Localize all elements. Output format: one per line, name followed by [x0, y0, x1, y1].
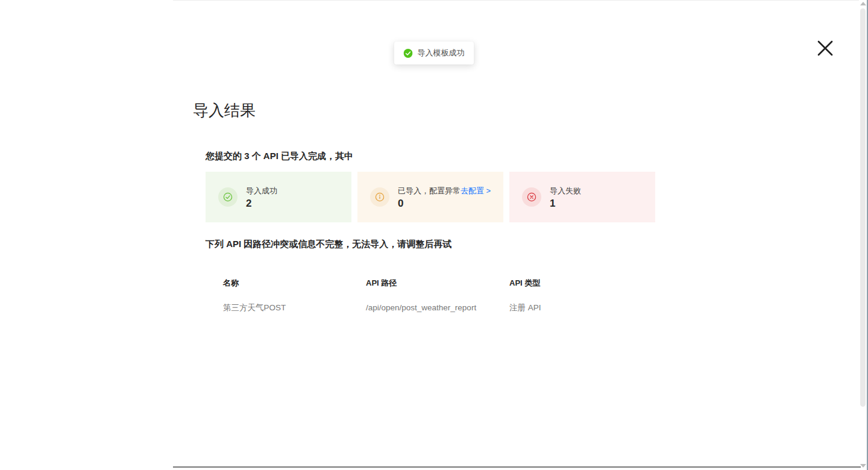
- table-cell-type: 注册 API: [509, 302, 657, 313]
- stat-card-success: 导入成功 2: [206, 172, 351, 222]
- stat-value: 0: [398, 198, 491, 208]
- stat-value: 2: [246, 198, 277, 208]
- table-cell-name: 第三方天气POST: [223, 302, 366, 313]
- stat-card-warning: 已导入，配置异常去配置 > 0: [357, 172, 503, 222]
- column-header-type: API 类型: [509, 278, 657, 289]
- toast-notification: 导入模板成功: [394, 42, 474, 64]
- stat-label: 已导入，配置异常去配置 >: [398, 186, 491, 196]
- scrollbar-thumb[interactable]: [860, 8, 866, 407]
- check-circle-filled-icon: [404, 49, 413, 58]
- column-header-path: API 路径: [366, 278, 509, 289]
- circle-x-icon: [522, 187, 541, 207]
- vertical-scrollbar[interactable]: [859, 0, 868, 470]
- circle-check-icon: [218, 187, 237, 207]
- import-result-screen: 导入模板成功 导入结果 您提交的 3 个 API 已导入完成，其中 导入成功 2: [0, 0, 868, 470]
- stat-label: 导入成功: [246, 186, 277, 196]
- top-border-line: [173, 0, 861, 1]
- stat-label-text: 已导入，配置异常: [398, 186, 461, 195]
- bottom-border-line: [173, 466, 861, 468]
- failed-api-table: 名称 API 路径 API 类型 第三方天气POST /api/open/pos…: [223, 278, 657, 313]
- toast-message: 导入模板成功: [418, 48, 465, 58]
- stat-card-danger: 导入失败 1: [509, 172, 655, 222]
- scroll-down-arrow-icon[interactable]: [860, 464, 866, 468]
- scroll-up-arrow-icon[interactable]: [860, 2, 866, 5]
- table-cell-path: /api/open/post_weather_report: [366, 302, 509, 313]
- stat-value: 1: [550, 198, 581, 208]
- x-icon: [816, 39, 835, 60]
- go-configure-link[interactable]: 去配置 >: [461, 186, 491, 195]
- stat-label: 导入失败: [550, 186, 581, 196]
- circle-info-icon: [370, 187, 389, 207]
- failed-section-heading: 下列 API 因路径冲突或信息不完整，无法导入，请调整后再试: [206, 239, 451, 250]
- close-button[interactable]: [814, 38, 836, 60]
- page-title: 导入结果: [193, 100, 256, 121]
- column-header-name: 名称: [223, 278, 366, 289]
- stat-cards: 导入成功 2 已导入，配置异常去配置 > 0: [206, 172, 655, 222]
- summary-text: 您提交的 3 个 API 已导入完成，其中: [206, 151, 353, 162]
